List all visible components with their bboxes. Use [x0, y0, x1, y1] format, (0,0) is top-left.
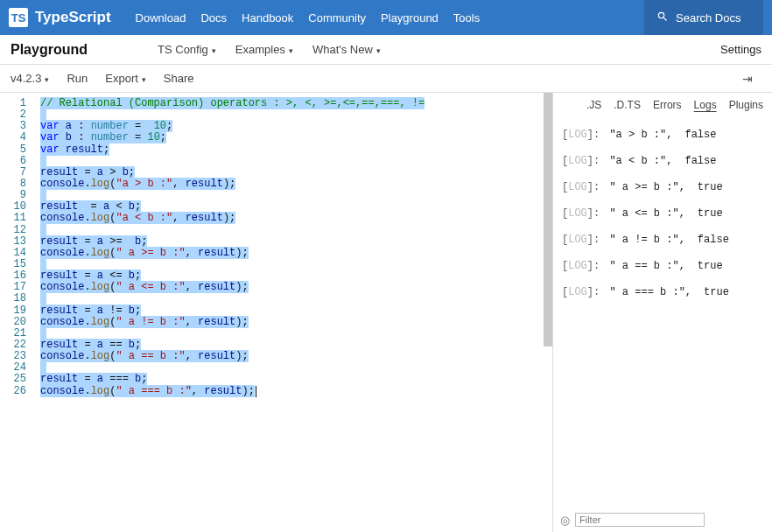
results-tabs: .JS .D.TS Errors Logs Plugins [553, 93, 772, 116]
line-number: 12 [0, 225, 26, 236]
nav-handbook[interactable]: Handbook [242, 11, 293, 24]
search-input[interactable]: Search Docs [644, 0, 763, 35]
log-message: " a <= b :", [609, 207, 684, 220]
log-label: [LOG]: [562, 129, 606, 141]
chevron-down-icon: ▾ [376, 46, 381, 55]
logo-icon: TS [9, 8, 28, 27]
log-message: " a === b :", [609, 286, 691, 298]
log-value: true [698, 260, 723, 272]
log-value: true [704, 286, 729, 298]
results-panel: .JS .D.TS Errors Logs Plugins [LOG]: "a … [553, 93, 772, 532]
line-number: 5 [0, 144, 26, 156]
code-line[interactable]: // Relational (Comparison) operators : >… [40, 98, 552, 109]
log-message: " a >= b :", [609, 181, 684, 193]
code-line[interactable]: var result; [40, 144, 552, 156]
chevron-down-icon: ▾ [142, 75, 146, 84]
sub-navbar: Playground TS Config▾ Examples▾ What's N… [0, 35, 772, 65]
line-number: 20 [0, 317, 26, 328]
nav-download[interactable]: Download [136, 11, 186, 24]
log-message: "a < b :", [609, 155, 672, 167]
main-split: 1234567891011121314151617181920212223242… [0, 93, 772, 532]
whats-new-menu[interactable]: What's New▾ [312, 43, 381, 56]
code-line[interactable]: console.log(" a <= b :", result); [40, 282, 552, 293]
nav-community[interactable]: Community [308, 11, 366, 24]
line-number: 21 [0, 328, 26, 340]
tab-js[interactable]: .JS [586, 99, 601, 111]
ts-config-menu[interactable]: TS Config▾ [158, 43, 216, 56]
page-title: Playground [11, 42, 88, 58]
share-button[interactable]: Share [164, 72, 194, 85]
line-number: 13 [0, 236, 26, 248]
line-number: 7 [0, 167, 26, 178]
tab-dts[interactable]: .D.TS [614, 99, 641, 111]
line-number: 6 [0, 156, 26, 167]
examples-menu[interactable]: Examples▾ [235, 43, 293, 56]
log-row: [LOG]: " a != b :",false [560, 227, 765, 253]
code-line[interactable]: console.log("a > b :", result); [40, 178, 552, 190]
text-cursor [256, 386, 256, 397]
line-number: 19 [0, 305, 26, 317]
log-row: [LOG]: " a <= b :",true [560, 200, 765, 227]
log-label: [LOG]: [562, 286, 606, 298]
log-row: [LOG]: " a == b :",true [560, 253, 765, 279]
line-number: 11 [0, 213, 26, 224]
code-line[interactable]: var b : number = 10; [40, 132, 552, 144]
search-icon [656, 10, 669, 25]
line-number: 4 [0, 132, 26, 144]
log-row: [LOG]: "a < b :",false [560, 148, 765, 174]
nav-tools[interactable]: Tools [453, 11, 480, 24]
collapse-panel-icon[interactable]: ⇥ [742, 72, 761, 86]
eye-slash-icon[interactable]: ◎ [560, 514, 570, 527]
log-message: "a > b :", [609, 129, 672, 141]
line-number: 26 [0, 386, 26, 397]
chevron-down-icon: ▾ [289, 46, 293, 55]
log-message: " a != b :", [609, 234, 684, 246]
log-value: true [698, 207, 723, 220]
log-value: false [684, 129, 716, 141]
code-line[interactable]: console.log(" a >= b :", result); [40, 248, 552, 259]
code-line[interactable]: console.log(" a != b :", result); [40, 317, 552, 328]
chevron-down-icon: ▾ [45, 75, 49, 84]
top-nav-links: Download Docs Handbook Community Playgro… [136, 11, 481, 24]
code-editor[interactable]: 1234567891011121314151617181920212223242… [0, 93, 553, 532]
log-label: [LOG]: [562, 155, 606, 167]
settings-link[interactable]: Settings [720, 43, 761, 56]
tab-errors[interactable]: Errors [653, 99, 682, 111]
tab-logs[interactable]: Logs [694, 99, 717, 111]
editor-toolbar: v4.2.3▾ Run Export▾ Share ⇥ [0, 65, 772, 93]
log-label: [LOG]: [562, 181, 606, 193]
run-button[interactable]: Run [67, 72, 88, 85]
line-number: 14 [0, 248, 26, 259]
log-row: [LOG]: "a > b :",false [560, 122, 765, 148]
line-number-gutter: 1234567891011121314151617181920212223242… [0, 93, 35, 532]
log-label: [LOG]: [562, 207, 606, 220]
scroll-thumb[interactable] [544, 93, 552, 346]
brand-title: TypeScript [35, 9, 111, 26]
code-line[interactable]: console.log(" a == b :", result); [40, 351, 552, 362]
top-navbar: TS TypeScript Download Docs Handbook Com… [0, 0, 772, 35]
editor-scrollbar[interactable] [544, 93, 552, 532]
code-content[interactable]: // Relational (Comparison) operators : >… [35, 93, 552, 532]
version-selector[interactable]: v4.2.3▾ [11, 72, 49, 85]
log-output: [LOG]: "a > b :",false[LOG]: "a < b :",f… [553, 116, 772, 508]
log-row: [LOG]: " a === b :",true [560, 279, 765, 305]
line-number: 25 [0, 374, 26, 385]
tab-plugins[interactable]: Plugins [729, 99, 763, 111]
chevron-down-icon: ▾ [212, 46, 216, 55]
log-message: " a == b :", [609, 260, 684, 272]
nav-docs[interactable]: Docs [200, 11, 227, 24]
log-value: true [698, 181, 723, 193]
log-row: [LOG]: " a >= b :",true [560, 174, 765, 200]
export-menu[interactable]: Export▾ [105, 72, 146, 85]
log-label: [LOG]: [562, 260, 606, 272]
code-line[interactable]: console.log(" a === b :", result); [40, 386, 552, 397]
code-line[interactable]: console.log("a < b :", result); [40, 213, 552, 224]
search-placeholder: Search Docs [676, 11, 740, 24]
log-value: false [684, 155, 716, 167]
log-label: [LOG]: [562, 234, 606, 246]
filter-bar: ◎ [553, 508, 772, 532]
nav-playground[interactable]: Playground [381, 11, 439, 24]
line-number: 18 [0, 293, 26, 304]
log-value: false [698, 234, 729, 246]
filter-input[interactable] [575, 513, 705, 527]
